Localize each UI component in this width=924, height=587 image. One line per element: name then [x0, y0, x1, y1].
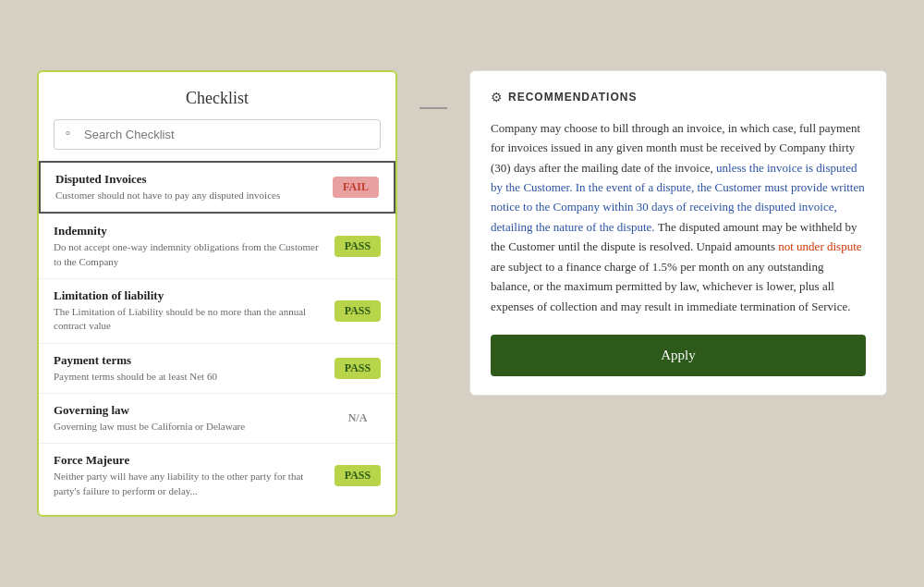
checklist-item-desc-limitation-of-liability: The Limitation of Liability should be no…	[54, 305, 325, 334]
connector-line	[419, 107, 447, 109]
checklist-item-force-majeure[interactable]: Force Majeure Neither party will have an…	[39, 443, 395, 508]
checklist-item-text-governing-law: Governing law Governing law must be Cali…	[54, 403, 334, 434]
checklist-title: Checklist	[39, 72, 395, 119]
search-container: ⚬	[54, 119, 381, 150]
connector	[419, 70, 447, 109]
checklist-item-text-disputed-invoices: Disputed Invoices Customer should not ha…	[55, 172, 333, 202]
checklist-item-limitation-of-liability[interactable]: Limitation of liability The Limitation o…	[39, 278, 395, 343]
checklist-item-text-limitation-of-liability: Limitation of liability The Limitation o…	[54, 288, 334, 334]
checklist-item-governing-law[interactable]: Governing law Governing law must be Cali…	[39, 393, 395, 443]
checklist-item-text-force-majeure: Force Majeure Neither party will have an…	[54, 453, 334, 498]
checklist-item-badge-disputed-invoices: FAIL	[333, 177, 379, 198]
checklist-item-desc-governing-law: Governing law must be California or Dela…	[54, 420, 325, 434]
checklist-item-badge-payment-terms: PASS	[334, 358, 381, 379]
main-container: Checklist ⚬ Disputed Invoices Customer s…	[37, 70, 887, 518]
checklist-item-title-payment-terms: Payment terms	[54, 353, 325, 368]
checklist-item-badge-governing-law: N/A	[334, 408, 381, 429]
checklist-item-indemnity[interactable]: Indemnity Do not accept one-way indemnit…	[39, 214, 395, 278]
settings-icon: ⚙	[491, 90, 503, 105]
checklist-item-title-disputed-invoices: Disputed Invoices	[55, 172, 323, 187]
checklist-item-title-indemnity: Indemnity	[54, 224, 325, 238]
checklist-item-payment-terms[interactable]: Payment terms Payment terms should be at…	[39, 343, 395, 393]
search-input[interactable]	[54, 119, 381, 150]
recommendations-header: ⚙ RECOMMENDATIONS	[491, 90, 866, 105]
recommendations-panel: ⚙ RECOMMENDATIONS Company may choose to …	[469, 70, 887, 396]
recommendations-title: RECOMMENDATIONS	[508, 91, 637, 104]
checklist-item-badge-limitation-of-liability: PASS	[334, 300, 381, 322]
checklist-items-container: Disputed Invoices Customer should not ha…	[39, 161, 395, 508]
checklist-panel: Checklist ⚬ Disputed Invoices Customer s…	[37, 70, 397, 518]
checklist-item-badge-force-majeure: PASS	[334, 465, 381, 486]
body-text-red: not under dispute	[778, 239, 861, 253]
checklist-item-badge-indemnity: PASS	[334, 236, 381, 257]
checklist-item-title-limitation-of-liability: Limitation of liability	[54, 288, 325, 303]
recommendations-body: Company may choose to bill through an in…	[491, 118, 866, 316]
checklist-item-title-force-majeure: Force Majeure	[54, 453, 325, 468]
checklist-item-disputed-invoices[interactable]: Disputed Invoices Customer should not ha…	[39, 161, 395, 214]
apply-button[interactable]: Apply	[491, 335, 866, 376]
body-text-end: are subject to a finance charge of 1.5% …	[491, 260, 851, 313]
checklist-item-desc-payment-terms: Payment terms should be at least Net 60	[54, 370, 325, 384]
checklist-item-text-payment-terms: Payment terms Payment terms should be at…	[54, 353, 334, 384]
checklist-item-title-governing-law: Governing law	[54, 403, 325, 418]
checklist-item-desc-force-majeure: Neither party will have any liability to…	[54, 470, 325, 498]
search-icon: ⚬	[63, 127, 73, 141]
checklist-item-text-indemnity: Indemnity Do not accept one-way indemnit…	[54, 224, 334, 269]
checklist-item-desc-indemnity: Do not accept one-way indemnity obligati…	[54, 240, 325, 269]
checklist-item-desc-disputed-invoices: Customer should not have to pay any disp…	[55, 189, 323, 202]
